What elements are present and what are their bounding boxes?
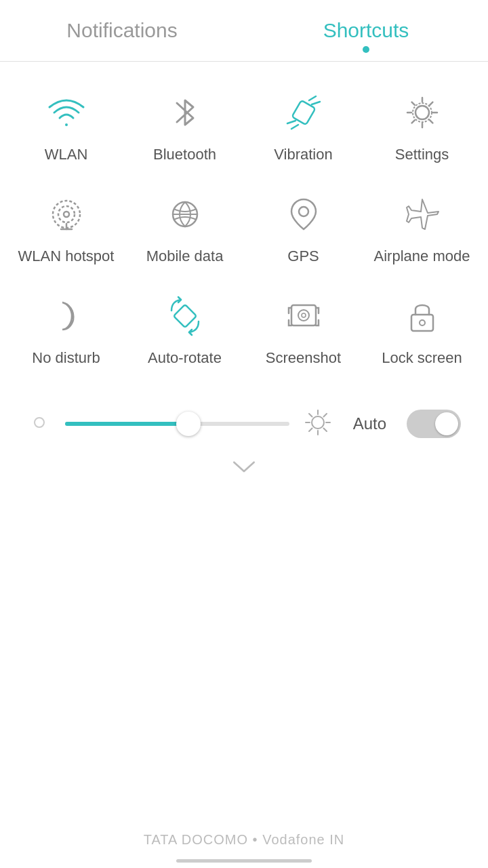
shortcut-settings[interactable]: Settings bbox=[363, 75, 481, 177]
shortcut-gps-label: GPS bbox=[287, 248, 319, 265]
shortcut-gps[interactable]: GPS bbox=[244, 177, 363, 279]
shortcut-wlan-label: WLAN bbox=[45, 146, 88, 163]
tab-shortcuts[interactable]: Shortcuts bbox=[244, 7, 488, 61]
auto-rotate-icon bbox=[161, 292, 209, 340]
svg-line-3 bbox=[291, 125, 298, 129]
gps-icon bbox=[280, 191, 327, 238]
shortcut-lock-screen-label: Lock screen bbox=[382, 349, 462, 367]
brightness-low-icon bbox=[27, 410, 52, 437]
svg-point-18 bbox=[302, 313, 306, 317]
auto-toggle-knob bbox=[435, 412, 458, 435]
svg-point-7 bbox=[64, 212, 69, 217]
shortcut-vibration-label: Vibration bbox=[274, 146, 332, 163]
shortcut-lock-screen[interactable]: Lock screen bbox=[363, 279, 481, 380]
auto-brightness-toggle[interactable] bbox=[407, 410, 461, 438]
carrier-label: TATA DOCOMO • Vodafone IN bbox=[144, 832, 345, 847]
brightness-row: Auto bbox=[0, 401, 488, 447]
svg-point-20 bbox=[420, 320, 425, 326]
svg-rect-15 bbox=[174, 304, 197, 328]
hotspot-icon bbox=[43, 191, 90, 238]
svg-point-17 bbox=[298, 310, 309, 321]
svg-point-14 bbox=[299, 207, 308, 216]
brightness-slider-fill bbox=[65, 422, 188, 426]
airplane-icon bbox=[399, 191, 446, 238]
shortcut-settings-label: Settings bbox=[395, 146, 449, 163]
svg-line-4 bbox=[287, 121, 296, 123]
svg-line-27 bbox=[309, 414, 312, 417]
shortcut-wlan-hotspot-label: WLAN hotspot bbox=[18, 248, 115, 265]
brightness-slider[interactable] bbox=[65, 422, 289, 426]
auto-label: Auto bbox=[353, 414, 386, 433]
lock-icon bbox=[399, 292, 446, 340]
shortcut-auto-rotate[interactable]: Auto-rotate bbox=[125, 279, 244, 380]
shortcut-wlan[interactable]: WLAN bbox=[7, 75, 125, 177]
tab-notifications-label: Notifications bbox=[66, 19, 177, 41]
mobile-data-icon bbox=[161, 191, 209, 238]
svg-line-1 bbox=[309, 96, 316, 100]
svg-line-30 bbox=[309, 429, 312, 432]
svg-line-28 bbox=[323, 429, 327, 432]
svg-point-21 bbox=[35, 418, 44, 427]
chevron-row bbox=[0, 447, 488, 488]
no-disturb-icon bbox=[43, 292, 90, 340]
shortcut-bluetooth[interactable]: Bluetooth bbox=[125, 75, 244, 177]
shortcut-auto-rotate-label: Auto-rotate bbox=[148, 349, 222, 367]
carrier-status: TATA DOCOMO • Vodafone IN bbox=[0, 832, 488, 848]
shortcut-wlan-hotspot[interactable]: WLAN hotspot bbox=[7, 177, 125, 279]
brightness-high-icon bbox=[303, 408, 333, 440]
tab-notifications[interactable]: Notifications bbox=[0, 7, 244, 61]
shortcut-bluetooth-label: Bluetooth bbox=[153, 146, 216, 163]
shortcut-screenshot-label: Screenshot bbox=[266, 349, 341, 367]
brightness-slider-thumb[interactable] bbox=[176, 412, 201, 436]
settings-icon bbox=[399, 89, 446, 136]
svg-line-29 bbox=[323, 414, 327, 417]
svg-rect-16 bbox=[291, 305, 316, 326]
svg-rect-19 bbox=[411, 315, 433, 331]
svg-point-5 bbox=[415, 106, 429, 119]
bluetooth-icon bbox=[161, 89, 209, 136]
shortcut-no-disturb-label: No disturb bbox=[32, 349, 100, 367]
svg-line-2 bbox=[312, 102, 320, 104]
shortcut-airplane-label: Airplane mode bbox=[374, 248, 470, 265]
home-indicator bbox=[176, 859, 312, 863]
chevron-down-icon[interactable] bbox=[230, 460, 258, 474]
wifi-icon bbox=[43, 89, 90, 136]
shortcut-no-disturb[interactable]: No disturb bbox=[7, 279, 125, 380]
tab-shortcuts-label: Shortcuts bbox=[323, 19, 409, 41]
shortcuts-grid: WLAN Bluetooth Vibration bbox=[0, 62, 488, 394]
shortcut-vibration[interactable]: Vibration bbox=[244, 75, 363, 177]
svg-point-8 bbox=[58, 206, 75, 222]
shortcut-mobile-data-label: Mobile data bbox=[146, 248, 224, 265]
shortcut-airplane-mode[interactable]: Airplane mode bbox=[363, 177, 481, 279]
svg-point-22 bbox=[312, 416, 324, 429]
vibration-icon bbox=[280, 89, 327, 136]
shortcut-screenshot[interactable]: Screenshot bbox=[244, 279, 363, 380]
screenshot-icon bbox=[280, 292, 327, 340]
shortcut-mobile-data[interactable]: Mobile data bbox=[125, 177, 244, 279]
tab-header: Notifications Shortcuts bbox=[0, 0, 488, 62]
